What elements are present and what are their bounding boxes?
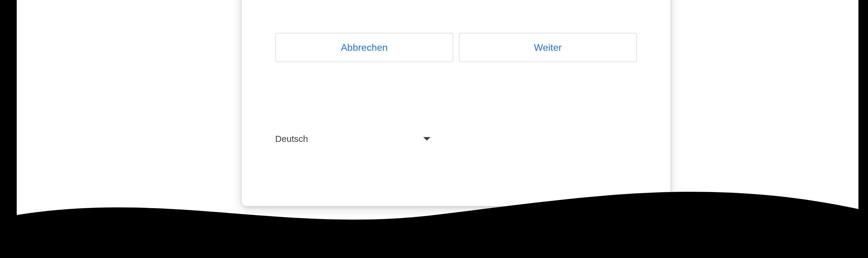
language-select[interactable]: Deutsch (275, 132, 430, 146)
page-background: Abbrechen Weiter Deutsch (17, 0, 859, 239)
chevron-down-icon (423, 137, 430, 141)
dialog-card: Abbrechen Weiter Deutsch (242, 0, 671, 206)
cancel-button[interactable]: Abbrechen (275, 33, 454, 62)
dialog-button-row: Abbrechen Weiter (275, 33, 637, 62)
continue-button[interactable]: Weiter (459, 33, 637, 62)
language-selected-label: Deutsch (275, 134, 308, 144)
